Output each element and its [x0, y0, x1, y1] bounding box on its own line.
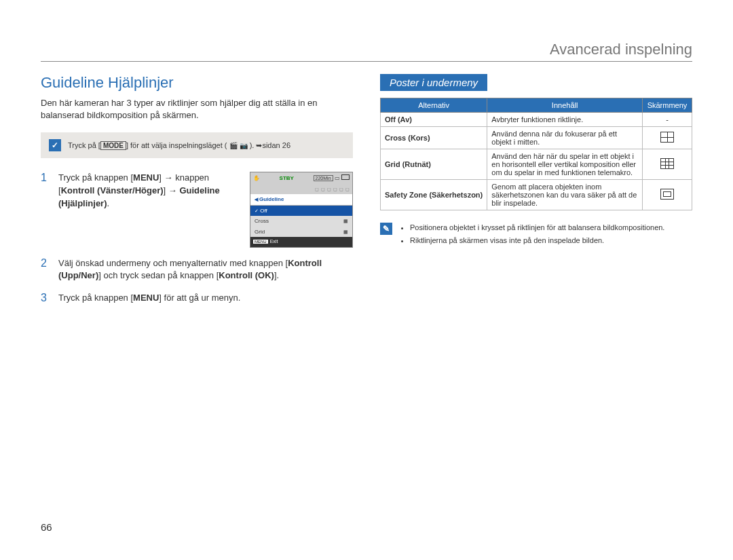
th-innehall: Innehåll: [487, 98, 643, 113]
safety-zone-icon: [660, 189, 674, 200]
opt-icon: -: [643, 113, 692, 127]
step: 3 Tryck på knappen [MENU] för att gå ur …: [41, 292, 353, 305]
screen-exit: MENUExit: [250, 237, 352, 246]
step: 1 Tryck på knappen [MENU] → knappen [Kon…: [41, 172, 353, 247]
opt-alt: Grid (Rutnät): [381, 149, 487, 180]
opt-desc: Använd den här när du spelar in ett obje…: [487, 149, 643, 180]
table-row: Grid (Rutnät) Använd den här när du spel…: [381, 149, 692, 180]
steps-list: 1 Tryck på knappen [MENU] → knappen [Kon…: [41, 172, 353, 305]
camera-icon: 📷: [240, 142, 248, 149]
opt-alt: Off (Av): [381, 113, 487, 127]
step-text: Tryck på knappen [MENU] för att gå ur me…: [58, 292, 353, 305]
card-icon: ▭: [335, 175, 340, 181]
intro-text: Den här kameran har 3 typer av riktlinje…: [41, 97, 353, 122]
step-text: Välj önskad undermeny och menyalternativ…: [58, 257, 353, 283]
mode-label: MODE: [100, 141, 126, 150]
opt-desc: Avbryter funktionen riktlinje.: [487, 113, 643, 127]
stby-label: STBY: [280, 174, 294, 183]
th-alternativ: Alternativ: [381, 98, 487, 113]
table-row: Off (Av) Avbryter funktionen riktlinje. …: [381, 113, 692, 127]
section-title: Guideline Hjälplinjer: [41, 74, 353, 92]
grid-icon: [660, 158, 674, 169]
screen-item-off: ✓ Off: [250, 206, 352, 217]
table-row: Cross (Kors) Använd denna när du fokuser…: [381, 127, 692, 149]
screen-item-grid: Grid▦: [250, 227, 352, 238]
divider: [41, 61, 692, 62]
screen-item-cross: Cross▦: [250, 216, 352, 227]
step-number: 1: [41, 172, 50, 247]
hand-icon: ✋: [253, 174, 260, 183]
step-text: Tryck på knappen [MENU] → knappen [Kontr…: [58, 172, 240, 210]
options-table: Alternativ Innehåll Skärmmeny Off (Av) A…: [380, 98, 692, 210]
check-icon: ✓: [49, 139, 61, 151]
th-skarmmeny: Skärmmeny: [643, 98, 692, 113]
opt-icon: [643, 127, 692, 149]
screen-tab: Guideline: [250, 194, 352, 206]
opt-desc: Använd denna när du fokuserar på ett obj…: [487, 127, 643, 149]
cross-icon: [660, 132, 674, 143]
chapter-title: Avancerad inspelning: [41, 41, 692, 58]
screen-icon-row: ◻◻◻◻◻◻: [250, 185, 352, 194]
video-icon: 🎬: [229, 142, 238, 149]
step: 2 Välj önskad undermeny och menyalternat…: [41, 257, 353, 283]
step-number: 3: [41, 292, 50, 305]
opt-icon: [643, 149, 692, 180]
page-number: 66: [41, 521, 52, 533]
tip-box: ✎ Positionera objektet i krysset på rikt…: [380, 223, 692, 249]
opt-icon: [643, 180, 692, 210]
opt-alt: Safety Zone (Säkerhetszon): [381, 180, 487, 210]
table-row: Safety Zone (Säkerhetszon) Genom att pla…: [381, 180, 692, 210]
time-remaining: 220Min: [314, 175, 333, 181]
camera-screen: ✋ STBY 220Min ▭ ◻◻◻◻◻◻: [250, 172, 353, 247]
mode-note: ✓ Tryck på [MODE] för att välja inspelni…: [41, 132, 353, 158]
tip-item: Positionera objektet i krysset på riktli…: [410, 223, 664, 233]
mode-note-text: Tryck på [MODE] för att välja inspelning…: [68, 141, 290, 150]
battery-icon: [341, 174, 350, 180]
opt-desc: Genom att placera objekten inom säkerhet…: [487, 180, 643, 210]
tip-item: Riktlinjerna på skärmen visas inte på de…: [410, 236, 664, 246]
opt-alt: Cross (Kors): [381, 127, 487, 149]
submenu-header: Poster i undermeny: [380, 74, 487, 91]
info-icon: ✎: [380, 223, 392, 235]
step-number: 2: [41, 257, 50, 283]
